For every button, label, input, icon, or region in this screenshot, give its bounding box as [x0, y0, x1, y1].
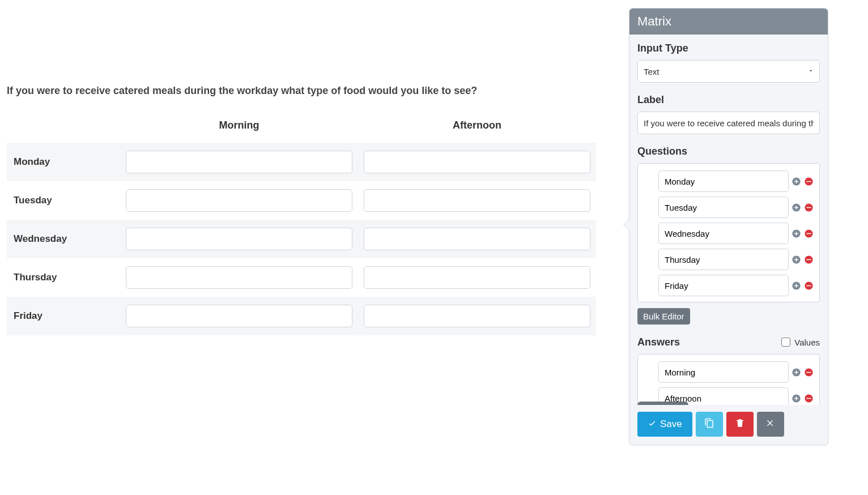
close-button[interactable] — [757, 412, 784, 437]
table-row: Friday — [7, 297, 596, 335]
matrix-cell-input[interactable] — [126, 189, 352, 212]
remove-icon[interactable] — [803, 367, 814, 377]
matrix-cell-input[interactable] — [364, 266, 590, 289]
row-header: Thursday — [7, 258, 120, 297]
add-icon[interactable] — [791, 393, 801, 403]
list-item — [658, 361, 814, 383]
matrix-cell-input[interactable] — [126, 266, 352, 289]
list-item — [658, 275, 814, 296]
matrix-cell-input[interactable] — [364, 305, 590, 327]
column-header: Morning — [120, 114, 358, 143]
questions-label: Questions — [637, 146, 820, 157]
svg-rect-2 — [806, 181, 811, 181]
matrix-cell-input[interactable] — [126, 305, 352, 327]
matrix-cell-input[interactable] — [126, 151, 352, 173]
remove-icon[interactable] — [803, 176, 814, 186]
row-header: Tuesday — [7, 181, 120, 220]
row-header: Wednesday — [7, 220, 120, 258]
close-icon — [766, 419, 775, 430]
panel-title: Matrix — [629, 8, 828, 35]
answer-input[interactable] — [658, 361, 789, 383]
add-icon[interactable] — [791, 202, 801, 212]
table-row: Wednesday — [7, 220, 596, 258]
values-toggle-label: Values — [794, 338, 820, 347]
matrix-preview: If you were to receive catered meals dur… — [7, 85, 596, 335]
list-item — [658, 197, 814, 218]
row-header: Monday — [7, 143, 120, 181]
copy-button[interactable] — [696, 412, 723, 437]
question-input[interactable] — [658, 249, 789, 270]
question-label: If you were to receive catered meals dur… — [7, 85, 596, 97]
label-field-label: Label — [637, 94, 820, 106]
matrix-table: Morning Afternoon MondayTuesdayWednesday… — [7, 114, 596, 335]
values-toggle[interactable]: Values — [779, 336, 820, 348]
question-input[interactable] — [658, 223, 789, 244]
remove-icon[interactable] — [803, 202, 814, 212]
table-row: Tuesday — [7, 181, 596, 220]
svg-rect-8 — [806, 233, 811, 233]
answers-label: Answers — [637, 336, 680, 348]
input-type-label: Input Type — [637, 42, 820, 54]
remove-icon[interactable] — [803, 280, 814, 291]
questions-list — [637, 163, 820, 302]
delete-button[interactable] — [726, 412, 754, 437]
svg-rect-17 — [806, 372, 811, 372]
list-item — [658, 223, 814, 244]
column-header: Afternoon — [358, 114, 596, 143]
list-item — [658, 249, 814, 270]
remove-icon[interactable] — [803, 254, 814, 264]
add-icon[interactable] — [791, 228, 801, 238]
svg-rect-11 — [806, 259, 811, 259]
question-input[interactable] — [658, 275, 789, 296]
table-row: Monday — [7, 143, 596, 181]
add-icon[interactable] — [791, 176, 801, 186]
save-button[interactable]: Save — [637, 412, 692, 437]
table-row: Thursday — [7, 258, 596, 297]
bulk-editor-button[interactable]: Bulk Editor — [637, 308, 690, 325]
add-icon[interactable] — [791, 280, 801, 291]
list-item — [658, 170, 814, 192]
scroll-cutoff-indicator — [637, 402, 688, 405]
remove-icon[interactable] — [803, 228, 814, 238]
input-type-select[interactable] — [637, 60, 820, 83]
matrix-cell-input[interactable] — [364, 151, 590, 173]
values-checkbox[interactable] — [781, 338, 790, 347]
question-input[interactable] — [658, 170, 789, 192]
row-header: Friday — [7, 297, 120, 335]
question-input[interactable] — [658, 197, 789, 218]
matrix-cell-input[interactable] — [126, 228, 352, 250]
copy-icon — [704, 418, 714, 431]
trash-icon — [735, 418, 745, 431]
matrix-cell-input[interactable] — [364, 228, 590, 250]
panel-footer: Save — [629, 405, 828, 445]
label-input[interactable] — [637, 112, 820, 134]
check-icon — [648, 419, 657, 430]
matrix-cell-input[interactable] — [364, 189, 590, 212]
save-button-label: Save — [660, 419, 682, 430]
properties-panel: Matrix Input Type Label Questions Bulk E… — [629, 8, 828, 445]
remove-icon[interactable] — [803, 393, 814, 403]
answers-list — [637, 354, 820, 405]
svg-rect-14 — [806, 285, 811, 285]
add-icon[interactable] — [791, 254, 801, 264]
svg-rect-20 — [806, 398, 811, 398]
add-icon[interactable] — [791, 367, 801, 377]
svg-rect-5 — [806, 207, 811, 207]
